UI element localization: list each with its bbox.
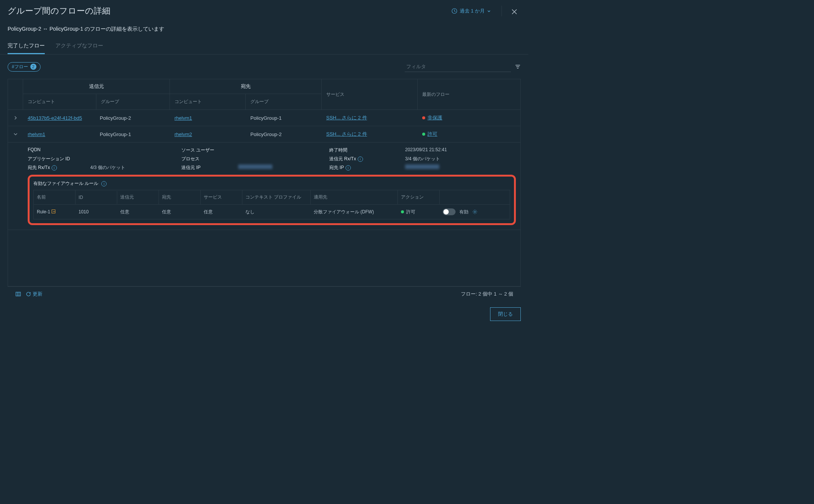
close-button[interactable]: 閉じる (490, 307, 521, 321)
close-icon[interactable] (501, 6, 521, 16)
source-rxtx-value: 3/4 個のパケット (405, 156, 477, 162)
info-icon[interactable]: i (358, 157, 363, 162)
source-compute-link[interactable]: 45b137b5-e24f-412f-bd5 (28, 115, 82, 121)
dest-rxtx-label: 宛先 Rx/Txi (28, 164, 86, 171)
service-link[interactable]: SSH... さらに 2 件 (326, 115, 367, 121)
fw-header-context: コンテキスト プロファイル (242, 190, 311, 204)
page-title: グループ間のフローの詳細 (8, 5, 110, 17)
process-label: プロセス (181, 156, 234, 162)
fw-applied: 分散ファイアウォール (DFW) (311, 205, 398, 219)
info-icon[interactable]: i (52, 165, 57, 171)
dest-compute-link[interactable]: rhelvm1 (174, 115, 192, 121)
svg-point-1 (474, 211, 476, 213)
header-source: 送信元 (23, 79, 170, 94)
pill-label: #フロー (12, 64, 28, 70)
rule-enable-toggle[interactable] (443, 208, 456, 215)
source-rxtx-label: 送信元 Rx/Txi (329, 156, 382, 162)
header-dest-group: グループ (246, 94, 322, 110)
fw-source: 任意 (117, 205, 159, 219)
app-id-value (90, 156, 178, 162)
fw-context: なし (242, 205, 311, 219)
row-detail-panel: FQDN ソース ユーザー 終了時間 2023/09/21 21:52:41 ア… (8, 142, 520, 230)
fw-header-toggle (440, 194, 489, 201)
header-latest-flow: 最新のフロー (418, 79, 512, 110)
header-dest-compute: コンピュート (170, 94, 246, 110)
fw-action: 許可 (398, 205, 440, 219)
source-group: PolicyGroup-1 (95, 127, 170, 142)
flow-count-pill[interactable]: #フロー 2 (8, 62, 41, 72)
source-user-value (238, 147, 325, 153)
time-range-selector[interactable]: 過去 1 か月 (451, 8, 491, 14)
info-icon[interactable]: i (346, 165, 351, 171)
fw-header-action: アクション (398, 190, 440, 204)
fw-header-destination: 宛先 (159, 190, 201, 204)
status-link[interactable]: 非保護 (427, 115, 442, 121)
chevron-down-icon (487, 9, 491, 13)
end-time-value: 2023/09/21 21:52:41 (405, 147, 477, 153)
gear-icon[interactable] (472, 209, 478, 215)
subheader-text: PolicyGroup-2 ↔ PolicyGroup-1 のフローの詳細を表示… (0, 22, 528, 39)
time-range-label: 過去 1 か月 (460, 8, 485, 14)
fw-header-name: 名前 (34, 190, 75, 204)
fw-name: Rule-1 (34, 205, 75, 218)
clock-icon (451, 8, 457, 14)
service-link[interactable]: SSH... さらに 2 件 (326, 131, 367, 137)
dest-group: PolicyGroup-1 (246, 111, 322, 125)
source-ip-label: 送信元 IP (181, 164, 234, 171)
process-value (238, 156, 325, 162)
header-source-compute: コンピュート (23, 94, 96, 110)
toggle-label: 有効 (459, 209, 468, 215)
expand-toggle[interactable] (8, 127, 23, 141)
app-id-label: アプリケーション ID (28, 156, 86, 162)
table-row: rhelvm1 PolicyGroup-1 rhelvm2 PolicyGrou… (8, 126, 520, 142)
source-compute-link[interactable]: rhelvm1 (28, 131, 45, 137)
refresh-button[interactable]: 更新 (26, 291, 42, 297)
expand-toggle[interactable] (8, 111, 23, 125)
fw-header-service: サービス (201, 190, 242, 204)
dest-rxtx-value: 4/3 個のパケット (90, 164, 178, 171)
status-dot-icon (401, 210, 404, 213)
fw-header-source: 送信元 (117, 190, 159, 204)
pill-count: 2 (30, 64, 36, 70)
table-row: 45b137b5-e24f-412f-bd5 PolicyGroup-2 rhe… (8, 110, 520, 126)
status-dot-icon (422, 133, 425, 136)
status-link[interactable]: 許可 (427, 131, 437, 137)
fw-service: 任意 (201, 205, 242, 219)
header-service: サービス (322, 79, 418, 110)
expand-column-header (8, 79, 23, 110)
fqdn-value (90, 147, 178, 153)
dest-group: PolicyGroup-2 (246, 127, 322, 142)
firewall-rules-section: 有効なファイアウォール ルール i 名前 ID 送信元 宛先 サービス コンテキ… (28, 175, 516, 225)
fw-destination: 任意 (159, 205, 201, 219)
dest-ip-value (405, 164, 477, 171)
fw-header-applied: 適用先 (311, 190, 398, 204)
filter-icon[interactable] (515, 64, 521, 70)
header-destination: 宛先 (170, 79, 321, 94)
tab-active-flows[interactable]: アクティブなフロー (55, 39, 103, 54)
filter-input[interactable] (405, 61, 511, 72)
firewall-title: 有効なファイアウォール ルール i (33, 180, 510, 187)
dest-compute-link[interactable]: rhelvm2 (174, 131, 192, 137)
header-source-group: グループ (96, 94, 170, 110)
column-settings-icon[interactable] (15, 291, 21, 297)
info-icon[interactable]: i (101, 181, 107, 186)
firewall-rule-row: Rule-1 1010 任意 任意 任意 なし 分散ファイアウォール (DFW)… (34, 205, 510, 219)
fw-header-id: ID (75, 191, 117, 204)
svg-rect-2 (16, 292, 20, 296)
tab-completed-flows[interactable]: 完了したフロー (8, 39, 45, 54)
dest-ip-label: 宛先 IPi (329, 164, 382, 171)
fw-id: 1010 (75, 205, 117, 218)
rule-badge-icon (52, 210, 55, 213)
source-ip-value (238, 164, 325, 171)
fqdn-label: FQDN (28, 147, 86, 153)
source-group: PolicyGroup-2 (95, 111, 170, 125)
flow-count-text: フロー: 2 個中 1 ～ 2 個 (461, 291, 513, 297)
source-user-label: ソース ユーザー (181, 147, 234, 153)
end-time-label: 終了時間 (329, 147, 382, 153)
status-dot-icon (422, 116, 425, 119)
